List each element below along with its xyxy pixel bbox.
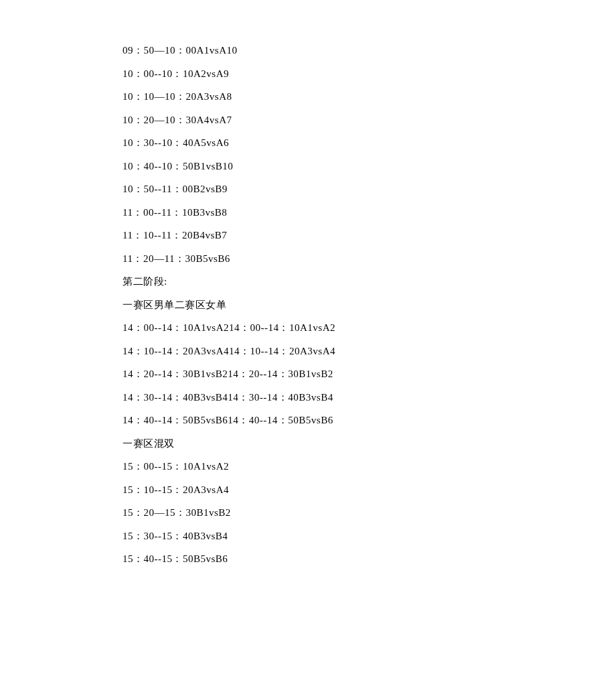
- section-subheading: 一赛区男单二赛区女单: [123, 293, 616, 317]
- schedule-line: 10：50--11：00B2vsB9: [123, 178, 616, 201]
- schedule-line: 10：20—10：30A4vsA7: [123, 109, 616, 132]
- schedule-line: 15：20—15：30B1vsB2: [123, 501, 616, 525]
- schedule-line: 14：30--14：40B3vsB414：30--14：40B3vsB4: [123, 386, 616, 409]
- schedule-line: 11：10--11：20B4vsB7: [123, 224, 616, 247]
- schedule-line: 11：20—11：30B5vsB6: [123, 247, 616, 271]
- schedule-line: 14：40--14：50B5vsB614：40--14：50B5vsB6: [123, 409, 616, 432]
- schedule-line: 10：30--10：40A5vsA6: [123, 131, 616, 155]
- schedule-line: 11：00--11：10B3vsB8: [123, 201, 616, 224]
- schedule-line: 14：20--14：30B1vsB214：20--14：30B1vsB2: [123, 362, 616, 386]
- schedule-line: 14：00--14：10A1vsA214：00--14：10A1vsA2: [123, 316, 616, 340]
- schedule-line: 10：40--10：50B1vsB10: [123, 155, 616, 178]
- section-heading: 第二阶段:: [123, 270, 616, 293]
- document-content: 09：50—10：00A1vsA10 10：00--10：10A2vsA9 10…: [0, 0, 616, 571]
- schedule-line: 14：10--14：20A3vsA414：10--14：20A3vsA4: [123, 340, 616, 363]
- section-subheading: 一赛区混双: [123, 432, 616, 456]
- schedule-line: 10：10—10：20A3vsA8: [123, 85, 616, 109]
- schedule-line: 09：50—10：00A1vsA10: [123, 39, 616, 62]
- schedule-line: 15：40--15：50B5vsB6: [123, 547, 616, 571]
- schedule-line: 10：00--10：10A2vsA9: [123, 62, 616, 86]
- schedule-line: 15：30--15：40B3vsB4: [123, 525, 616, 548]
- schedule-line: 15：00--15：10A1vsA2: [123, 455, 616, 478]
- schedule-line: 15：10--15：20A3vsA4: [123, 478, 616, 502]
